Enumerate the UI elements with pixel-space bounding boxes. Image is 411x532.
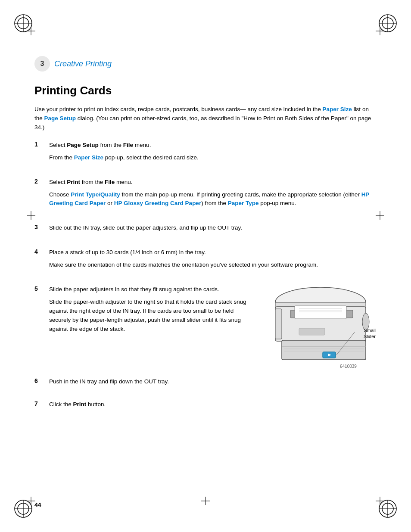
page-number: 44	[34, 501, 41, 508]
step-5-sub: Slide the paper-width adjuster to the ri…	[49, 298, 256, 334]
step-1: 1 Select Page Setup from the File menu. …	[34, 141, 377, 171]
step-3-content: Slide out the IN tray, slide out the pap…	[49, 224, 377, 241]
step-5-main: Slide the paper adjusters in so that the…	[49, 285, 256, 294]
step-7-number: 7	[34, 400, 42, 407]
step-5: 5 Slide the paper adjusters in so that t…	[34, 285, 377, 370]
step-6-content: Push in the IN tray and flip down the OU…	[49, 377, 377, 393]
step-2-sub: Choose Print Type/Quality from the main …	[49, 190, 377, 208]
step-7-content: Click the Print button.	[49, 400, 377, 413]
svg-text:6410039: 6410039	[340, 364, 357, 369]
small-slider-label: SmallSlider	[364, 327, 376, 340]
main-content: Printing Cards Use your printer to print…	[34, 84, 377, 420]
chapter-header: 3 Creative Printing	[34, 56, 112, 72]
svg-rect-34	[295, 306, 346, 319]
crosshair-top-left	[27, 27, 35, 35]
step-4: 4 Place a stack of up to 30 cards (1/4 i…	[34, 248, 377, 278]
step-1-sub: From the Paper Size pop-up, select the d…	[49, 153, 377, 162]
hp-glossy-link: HP Glossy Greeting Card Paper	[114, 200, 201, 206]
step-3: 3 Slide out the IN tray, slide out the p…	[34, 224, 377, 241]
paper-type-link: Paper Type	[228, 200, 259, 206]
step-1-number: 1	[34, 141, 42, 148]
chapter-title: Creative Printing	[54, 59, 112, 68]
step-2-content: Select Print from the File menu. Choose …	[49, 178, 377, 217]
step-6-main: Push in the IN tray and flip down the OU…	[49, 377, 377, 386]
crosshair-mid-right	[376, 211, 384, 220]
print-type-quality-link: Print Type/Quality	[71, 191, 120, 198]
step-7: 7 Click the Print button.	[34, 400, 377, 413]
step-5-content: Slide the paper adjusters in so that the…	[49, 285, 377, 370]
step-5-text: Slide the paper adjusters in so that the…	[49, 285, 256, 342]
chapter-number: 3	[34, 56, 50, 72]
step-4-number: 4	[34, 248, 42, 255]
paper-size-link-step1: Paper Size	[74, 154, 103, 161]
step-5-layout: Slide the paper adjusters in so that the…	[49, 285, 377, 370]
step-3-main: Slide out the IN tray, slide out the pap…	[49, 224, 377, 233]
printer-illustration: 6410039	[265, 285, 377, 369]
step-2-number: 2	[34, 178, 42, 185]
crosshair-top-right	[376, 27, 384, 35]
step-7-main: Click the Print button.	[49, 400, 377, 409]
step-6: 6 Push in the IN tray and flip down the …	[34, 377, 377, 393]
page-setup-link: Page Setup	[44, 115, 76, 121]
svg-rect-44	[299, 328, 325, 335]
paper-size-link: Paper Size	[323, 106, 352, 112]
steps-list: 1 Select Page Setup from the File menu. …	[34, 141, 377, 413]
crosshair-bot-right	[376, 497, 384, 505]
step-4-main: Place a stack of up to 30 cards (1/4 inc…	[49, 248, 377, 257]
step-2: 2 Select Print from the File menu. Choos…	[34, 178, 377, 217]
crosshair-mid-left	[27, 211, 35, 220]
step-5-number: 5	[34, 285, 42, 292]
page: 3 Creative Printing Printing Cards Use y…	[0, 0, 411, 532]
step-4-content: Place a stack of up to 30 cards (1/4 inc…	[49, 248, 377, 278]
svg-rect-43	[275, 309, 282, 339]
step-5-image-container: 6410039 SmallSlider	[265, 285, 377, 370]
step-6-number: 6	[34, 377, 42, 384]
section-title: Printing Cards	[34, 84, 377, 97]
step-3-number: 3	[34, 224, 42, 230]
intro-paragraph: Use your printer to print on index cards…	[34, 105, 377, 132]
step-2-main: Select Print from the File menu.	[49, 178, 377, 187]
step-1-main: Select Page Setup from the File menu.	[49, 141, 377, 150]
step-1-content: Select Page Setup from the File menu. Fr…	[49, 141, 377, 171]
step-4-sub: Make sure the orientation of the cards m…	[49, 261, 377, 270]
crosshair-bot-center	[201, 497, 210, 505]
crosshair-bot-left	[27, 497, 35, 505]
